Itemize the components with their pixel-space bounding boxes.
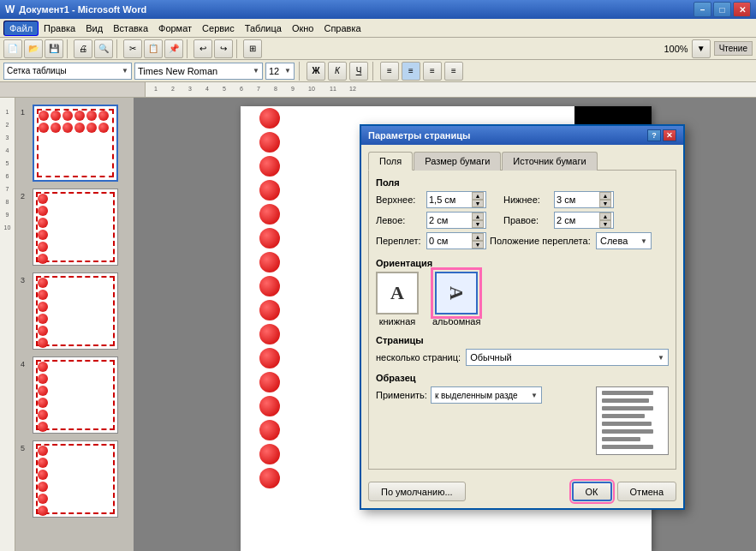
- align-left-button[interactable]: ≡: [380, 62, 399, 81]
- top-margin-input[interactable]: 1,5 см ▲ ▼: [426, 191, 486, 208]
- open-button[interactable]: 📂: [24, 39, 43, 58]
- style-combo[interactable]: Сетка таблицы ▼: [3, 63, 132, 80]
- portrait-icon[interactable]: A: [376, 272, 419, 314]
- font-name-combo[interactable]: Times New Roman ▼: [134, 63, 263, 80]
- preview-line-2: [602, 398, 649, 403]
- page-setup-dialog[interactable]: Параметры страницы ? ✕ Поля Размер бумаг…: [360, 124, 685, 510]
- table-btn[interactable]: ⊞: [243, 39, 262, 58]
- landscape-icon[interactable]: A: [435, 272, 478, 314]
- tab-margins[interactable]: Поля: [368, 152, 413, 171]
- portrait-option[interactable]: A книжная: [376, 272, 419, 326]
- gutter-pos-select[interactable]: Слева ▼: [596, 232, 652, 249]
- orientation-group: Ориентация A книжная A альбомн: [376, 258, 669, 326]
- cut-button[interactable]: ✂: [123, 39, 142, 58]
- gutter-up[interactable]: ▲: [472, 233, 484, 241]
- gutter-pos-label: Положение переплета:: [490, 236, 592, 246]
- menu-view[interactable]: Вид: [80, 21, 108, 35]
- menu-help[interactable]: Справка: [318, 21, 366, 35]
- default-button[interactable]: По умолчанию...: [368, 482, 466, 501]
- justify-button[interactable]: ≡: [444, 62, 463, 81]
- thumbnail-2[interactable]: 2: [21, 189, 128, 266]
- orientation-label: Ориентация: [376, 258, 669, 268]
- gutter-input[interactable]: 0 см ▲ ▼: [426, 232, 486, 249]
- menu-file[interactable]: Файл: [3, 21, 39, 36]
- preview-line-7: [602, 437, 640, 441]
- right-margin-up[interactable]: ▲: [599, 213, 611, 220]
- align-right-button[interactable]: ≡: [423, 62, 442, 81]
- menu-edit[interactable]: Правка: [39, 21, 80, 35]
- reading-btn[interactable]: Чтение: [714, 41, 753, 56]
- thumbnail-3[interactable]: 3: [21, 273, 128, 350]
- ok-button[interactable]: ОК: [572, 482, 612, 501]
- top-margin-down[interactable]: ▼: [472, 200, 484, 207]
- menu-tools[interactable]: Сервис: [197, 21, 240, 35]
- preview-button[interactable]: 🔍: [94, 39, 113, 58]
- orientation-options: A книжная A альбомная: [376, 272, 669, 326]
- dialog-body: Поля Размер бумаги Источник бумаги Поля …: [361, 145, 683, 476]
- print-button[interactable]: 🖨: [74, 39, 92, 58]
- dialog-title-text: Параметры страницы: [368, 130, 470, 141]
- apply-label: Применить:: [376, 390, 427, 400]
- preview-line-3: [602, 406, 653, 410]
- new-button[interactable]: 📄: [3, 39, 22, 58]
- copy-button[interactable]: 📋: [144, 39, 163, 58]
- menu-window[interactable]: Окно: [287, 21, 319, 35]
- thumb-page-3[interactable]: [33, 273, 118, 350]
- left-margin-spin[interactable]: ▲ ▼: [472, 213, 484, 228]
- landscape-option[interactable]: A альбомная: [432, 272, 480, 326]
- underline-button[interactable]: Ч: [349, 62, 368, 81]
- maximize-button[interactable]: □: [713, 2, 731, 17]
- thumb-page-4[interactable]: [33, 356, 118, 434]
- save-button[interactable]: 💾: [45, 39, 63, 58]
- size-arrow-icon: ▼: [284, 67, 291, 75]
- landscape-label: альбомная: [432, 316, 480, 326]
- thumb-page-2[interactable]: [33, 189, 118, 266]
- font-size-combo[interactable]: 12 ▼: [265, 63, 295, 80]
- menu-table[interactable]: Таблица: [240, 21, 287, 35]
- align-center-button[interactable]: ≡: [402, 62, 420, 81]
- left-margin-up[interactable]: ▲: [472, 213, 484, 220]
- redo-button[interactable]: ↪: [214, 39, 233, 58]
- minimize-button[interactable]: –: [693, 2, 711, 17]
- bottom-margin-spin[interactable]: ▲ ▼: [599, 192, 611, 207]
- thumbnail-4[interactable]: 4: [21, 356, 128, 434]
- paste-button[interactable]: 📌: [164, 39, 183, 58]
- right-margin-input[interactable]: 2 см ▲ ▼: [554, 212, 614, 229]
- dialog-tabs: Поля Размер бумаги Источник бумаги: [368, 152, 676, 171]
- italic-button[interactable]: К: [328, 62, 347, 81]
- menu-format[interactable]: Формат: [153, 21, 197, 35]
- undo-button[interactable]: ↩: [193, 39, 212, 58]
- thumbnail-5[interactable]: 5: [21, 440, 128, 518]
- thumbnail-1[interactable]: 1: [21, 105, 128, 182]
- bottom-margin-down[interactable]: ▼: [599, 200, 611, 207]
- fields-row-1: Верхнее: 1,5 см ▲ ▼ Нижнее:: [376, 191, 669, 208]
- bottom-margin-input[interactable]: 3 см ▲ ▼: [554, 191, 614, 208]
- dialog-help-button[interactable]: ?: [647, 129, 661, 141]
- zoom-dropdown[interactable]: ▼: [692, 39, 711, 58]
- apply-select[interactable]: к выделенным разде ▼: [431, 386, 542, 404]
- top-margin-up[interactable]: ▲: [472, 192, 484, 200]
- tab-paper-size[interactable]: Размер бумаги: [414, 152, 501, 171]
- left-margin-input[interactable]: 2 см ▲ ▼: [426, 212, 486, 229]
- bold-button[interactable]: Ж: [307, 62, 325, 81]
- menu-insert[interactable]: Вставка: [108, 21, 153, 35]
- sep3: [187, 39, 190, 58]
- right-margin-spin[interactable]: ▲ ▼: [599, 213, 611, 228]
- gutter-down[interactable]: ▼: [472, 241, 484, 249]
- left-margin-pair: Левое: 2 см ▲ ▼: [376, 212, 486, 229]
- gutter-spin[interactable]: ▲ ▼: [472, 233, 484, 249]
- left-margin-down[interactable]: ▼: [472, 220, 484, 228]
- thumb-page-5[interactable]: [33, 440, 118, 518]
- multiple-pages-select[interactable]: Обычный ▼: [466, 349, 669, 366]
- right-margin-down[interactable]: ▼: [599, 220, 611, 228]
- bottom-margin-up[interactable]: ▲: [599, 192, 611, 200]
- tab-paper-source[interactable]: Источник бумаги: [502, 152, 597, 171]
- dialog-close-button[interactable]: ✕: [663, 129, 676, 141]
- cancel-button[interactable]: Отмена: [617, 482, 676, 501]
- close-button[interactable]: ✕: [733, 2, 751, 17]
- toolbar-standard: 📄 📂 💾 🖨 🔍 ✂ 📋 📌 ↩ ↪ ⊞ 100% ▼ Чтение: [0, 38, 756, 60]
- top-margin-spin[interactable]: ▲ ▼: [472, 192, 484, 207]
- thumb-page-1[interactable]: [33, 105, 118, 182]
- dialog-title-bar: Параметры страницы ? ✕: [361, 126, 683, 145]
- preview-line-6: [602, 429, 653, 434]
